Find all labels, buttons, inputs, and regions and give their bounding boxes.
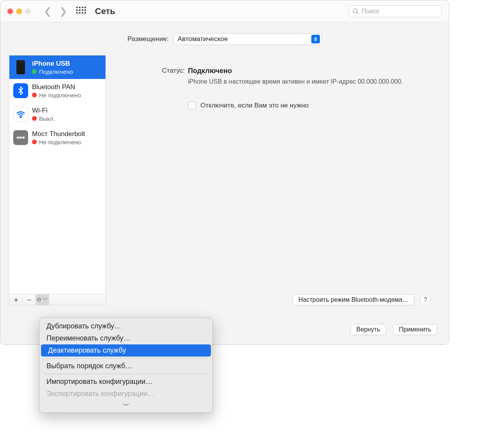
phone-icon [13, 60, 28, 75]
service-name: iPhone USB [32, 60, 73, 68]
service-name: Bluetooth PAN [32, 83, 81, 91]
forward-button: ❯ [57, 6, 69, 17]
status-dot-icon [32, 93, 37, 97]
window: ❮ ❯ Сеть Размещение: Автоматическое [0, 0, 449, 345]
revert-button[interactable]: Вернуть [350, 324, 386, 335]
status-dot-icon [32, 116, 37, 121]
window-title: Сеть [95, 6, 115, 16]
service-wifi[interactable]: Wi-Fi Выкл. [9, 102, 105, 126]
ellipsis-icon: ⊙ ﹀ [37, 296, 48, 303]
show-all-icon[interactable] [76, 7, 86, 16]
location-label: Размещение: [127, 35, 168, 43]
disable-checkbox-label: Отключите, если Вам это не нужно [200, 102, 309, 109]
svg-point-0 [353, 9, 357, 13]
svg-line-1 [357, 12, 359, 14]
location-value: Автоматическое [178, 35, 228, 43]
location-select[interactable]: Автоматическое [173, 33, 322, 45]
menu-export-configurations: Экспортировать конфигурации… [39, 388, 212, 400]
content: Размещение: Автоматическое iPhone USB [0, 22, 449, 305]
service-thunderbolt-bridge[interactable]: Мост Thunderbolt Не подключено [9, 126, 105, 149]
close-button[interactable] [7, 9, 13, 14]
sidebar: iPhone USB Подключено Bluetooth P [9, 55, 106, 305]
wifi-icon [13, 107, 28, 122]
apply-button[interactable]: Применить [393, 324, 437, 335]
disable-checkbox-row: Отключите, если Вам это не нужно [188, 102, 431, 109]
menu-import-configurations[interactable]: Импортировать конфигурации… [39, 376, 212, 388]
status-row: Статус: Подключено iPhone USB в настояще… [118, 67, 431, 86]
menu-duplicate-service[interactable]: Дублировать службу… [39, 320, 212, 332]
service-status: Выкл. [32, 115, 55, 122]
titlebar: ❮ ❯ Сеть [0, 0, 449, 22]
service-name: Мост Thunderbolt [32, 130, 85, 138]
service-status: Подключено [32, 68, 73, 75]
service-status: Не подключено [32, 92, 81, 99]
location-row: Размещение: Автоматическое [0, 22, 449, 55]
status-dot-icon [32, 69, 37, 74]
service-actions-button[interactable]: ⊙ ﹀ [36, 294, 49, 305]
select-caret-icon [311, 35, 320, 43]
bluetooth-icon [13, 83, 28, 98]
remove-service-button[interactable]: － [23, 294, 36, 305]
svg-point-4 [23, 137, 24, 138]
main: iPhone USB Подключено Bluetooth P [0, 55, 449, 305]
add-service-button[interactable]: ＋ [9, 294, 23, 305]
menu-set-service-order[interactable]: Выбрать порядок служб… [39, 360, 212, 372]
service-status: Не подключено [32, 139, 85, 145]
minimize-button[interactable] [16, 9, 22, 14]
configure-bluetooth-button[interactable]: Настроить режим Bluetooth-модема… [293, 294, 414, 305]
detail-footer: Настроить режим Bluetooth-модема… ? [293, 294, 431, 305]
service-list: iPhone USB Подключено Bluetooth P [9, 56, 105, 294]
service-actions-menu: Дублировать службу… Переименовать службу… [39, 317, 213, 413]
status-dot-icon [32, 140, 37, 144]
detail-panel: Статус: Подключено iPhone USB в настояще… [111, 55, 440, 305]
thunderbolt-icon [13, 130, 28, 145]
svg-point-2 [20, 117, 21, 118]
service-bluetooth-pan[interactable]: Bluetooth PAN Не подключено [9, 79, 105, 102]
status-value: Подключено [188, 67, 431, 75]
maximize-button [25, 9, 31, 14]
search-icon [352, 8, 359, 15]
sidebar-actions: ＋ － ⊙ ﹀ [9, 294, 105, 305]
service-name: Wi-Fi [32, 107, 55, 115]
menu-separator [44, 358, 208, 358]
search-box[interactable] [349, 5, 442, 17]
status-description: iPhone USB в настоящее время активен и и… [188, 77, 407, 86]
back-button[interactable]: ❮ [42, 6, 54, 17]
disable-checkbox[interactable] [188, 102, 196, 109]
status-label: Статус: [118, 67, 185, 75]
traffic-lights [7, 9, 31, 14]
chevron-down-icon[interactable]: ﹀ [39, 400, 212, 410]
menu-rename-service[interactable]: Переименовать службу… [39, 332, 212, 344]
svg-point-3 [17, 137, 18, 138]
menu-separator [44, 374, 208, 374]
service-iphone-usb[interactable]: iPhone USB Подключено [9, 56, 105, 79]
help-button[interactable]: ? [420, 294, 431, 305]
search-input[interactable] [362, 8, 440, 15]
menu-deactivate-service[interactable]: Деактивировать службу [41, 344, 211, 357]
window-actions: Вернуть Применить [350, 324, 437, 335]
